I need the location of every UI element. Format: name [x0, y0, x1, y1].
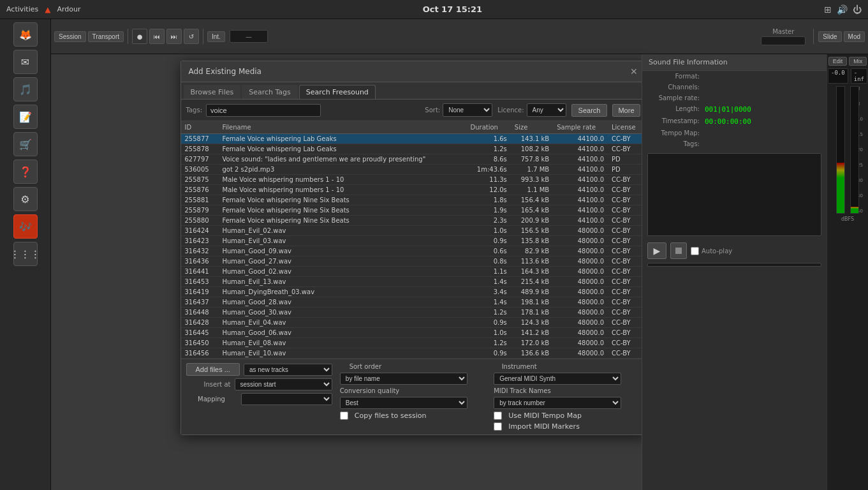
sidebar-icon-settings[interactable]: ⚙: [13, 187, 38, 211]
midi-track-names-label: MIDI Track Names: [494, 387, 550, 394]
table-row[interactable]: 316437 Human_Good_28.wav 1.4s 198.1 kB 4…: [181, 297, 645, 308]
vu-right-val: -inf: [851, 68, 867, 84]
table-row[interactable]: 316445 Human_Good_06.wav 1.0s 141.2 kB 4…: [181, 328, 645, 338]
dialog-bottom: Add files ... as new tracks to source li…: [181, 359, 645, 434]
copy-files-checkbox[interactable]: [340, 412, 348, 420]
playback-progress[interactable]: [647, 263, 821, 267]
file-table-wrapper[interactable]: ID Filename Duration Size Sample rate Li…: [181, 121, 645, 359]
cell-filename: Voice sound: "ladies and gentlemen we ar…: [219, 154, 467, 165]
cell-filename: Female Voice whispering Lab Geaks: [219, 144, 467, 154]
tab-search-tags[interactable]: Search Tags: [242, 85, 298, 99]
add-files-btn[interactable]: Add files ...: [186, 363, 240, 376]
dialog-close-btn[interactable]: ✕: [630, 66, 638, 77]
table-row[interactable]: 255875 Male Voice whispering numbers 1 -…: [181, 175, 645, 185]
import-midi-markers-checkbox[interactable]: [494, 422, 502, 431]
cell-license: CC-BY: [608, 318, 645, 328]
master-label: Master: [772, 28, 794, 35]
table-row[interactable]: 316424 Human_Evil_02.wav 1.0s 156.5 kB 4…: [181, 226, 645, 236]
col-header-duration[interactable]: Duration: [466, 121, 510, 134]
session-menu-btn[interactable]: Session: [54, 31, 86, 42]
use-midi-tempo-label: Use MIDI Tempo Map: [508, 412, 582, 420]
use-midi-tempo-checkbox[interactable]: [494, 412, 502, 420]
ffwd-btn[interactable]: ⏭: [166, 29, 182, 44]
sidebar-icon-firefox[interactable]: 🦊: [13, 22, 38, 47]
table-row[interactable]: 255877 Female Voice whispering Lab Geaks…: [181, 134, 645, 144]
cell-size: 757.8 kB: [511, 154, 553, 165]
table-row[interactable]: 316432 Human_Good_09.wav 0.6s 82.9 kB 48…: [181, 246, 645, 256]
col-header-samplerate[interactable]: Sample rate: [553, 121, 608, 134]
sidebar-icon-ardour[interactable]: 🎶: [13, 214, 38, 239]
cell-samplerate: 44100.0: [553, 134, 608, 144]
cell-license: CC-BY: [608, 175, 645, 185]
table-row[interactable]: 316453 Human_Evil_13.wav 1.4s 215.4 kB 4…: [181, 277, 645, 287]
tab-browse-files[interactable]: Browse Files: [184, 85, 241, 99]
table-row[interactable]: 627797 Voice sound: "ladies and gentleme…: [181, 154, 645, 165]
insert-at-select[interactable]: session start playhead: [235, 378, 332, 390]
slide-btn[interactable]: Slide: [818, 31, 841, 42]
autoplay-label-text: Auto-play: [702, 248, 732, 255]
table-row[interactable]: 316448 Human_Good_30.wav 1.2s 178.1 kB 4…: [181, 308, 645, 318]
autoplay-checkbox[interactable]: [691, 247, 699, 255]
col-header-filename[interactable]: Filename: [219, 121, 467, 134]
cell-license: CC-BY: [608, 185, 645, 195]
table-row[interactable]: 536005 got 2 s2pid.mp3 1m:43.6s 1.7 MB 4…: [181, 165, 645, 175]
cell-filename: Human_Good_06.wav: [219, 328, 467, 338]
cell-filename: Human_Good_27.wav: [219, 256, 467, 267]
sidebar-icon-apps[interactable]: ⋮⋮⋮: [13, 242, 38, 266]
cell-duration: 1.8s: [466, 195, 510, 205]
table-row[interactable]: 316428 Human_Evil_04.wav 0.9s 124.3 kB 4…: [181, 318, 645, 328]
rewind-btn[interactable]: ⏮: [149, 29, 165, 44]
more-btn[interactable]: More: [612, 104, 640, 117]
col-header-id[interactable]: ID: [181, 121, 219, 134]
table-row[interactable]: 255876 Male Voice whispering numbers 1 -…: [181, 185, 645, 195]
table-row[interactable]: 316450 Human_Evil_08.wav 1.2s 172.0 kB 4…: [181, 338, 645, 348]
midi-track-names-select[interactable]: by track number: [494, 397, 621, 409]
import-midi-markers-label: Import MIDI Markers: [508, 422, 580, 431]
table-row[interactable]: 255881 Female Voice whispering Nine Six …: [181, 195, 645, 205]
loop-btn[interactable]: ↺: [184, 29, 199, 44]
table-row[interactable]: 316423 Human_Evil_03.wav 0.9s 135.8 kB 4…: [181, 236, 645, 246]
sort-select[interactable]: None Name Duration Relevance: [443, 103, 492, 117]
edit-btn[interactable]: Edit: [828, 57, 848, 66]
vu-bar-right: [851, 207, 858, 213]
tab-search-freesound[interactable]: Search Freesound: [299, 85, 376, 99]
mode-btn[interactable]: Mod: [844, 31, 865, 42]
instrument-select[interactable]: General MIDI Synth: [494, 373, 621, 385]
table-row[interactable]: 255879 Female Voice whispering Nine Six …: [181, 205, 645, 216]
sidebar-icon-music[interactable]: 🎵: [13, 77, 38, 101]
search-btn[interactable]: Search: [571, 104, 608, 117]
record-btn[interactable]: ●: [132, 29, 147, 44]
tags-input[interactable]: [206, 104, 321, 117]
table-row[interactable]: 316419 Human_DyingBreath_03.wav 3.4s 489…: [181, 287, 645, 297]
sidebar-icon-email[interactable]: ✉: [13, 50, 38, 74]
add-as-select[interactable]: as new tracks to source list only: [244, 364, 332, 376]
int-btn[interactable]: Int.: [207, 31, 225, 42]
master-fader[interactable]: [761, 36, 805, 45]
sort-order-select[interactable]: by file name by track number: [340, 373, 467, 385]
play-btn[interactable]: ▶: [647, 242, 666, 259]
transport-menu-btn[interactable]: Transport: [88, 31, 124, 42]
cell-duration: 0.9s: [466, 318, 510, 328]
mix-btn[interactable]: Mix: [849, 57, 867, 66]
cell-duration: 0.6s: [466, 246, 510, 256]
ardour-label[interactable]: Ardour: [57, 5, 80, 13]
activities-label[interactable]: Activities: [6, 5, 38, 13]
sidebar-icon-store[interactable]: 🛒: [13, 132, 38, 156]
col-header-size[interactable]: Size: [511, 121, 553, 134]
sidebar-icon-docs[interactable]: 📝: [13, 105, 38, 129]
table-row[interactable]: 316436 Human_Good_27.wav 0.8s 113.6 kB 4…: [181, 256, 645, 267]
licence-select[interactable]: Any CC-BY PD: [527, 103, 566, 117]
network-icon: ⊞: [824, 4, 832, 15]
cell-duration: 1.2s: [466, 338, 510, 348]
table-row[interactable]: 255880 Female Voice whispering Nine Six …: [181, 216, 645, 226]
col-header-license[interactable]: License: [608, 121, 645, 134]
sidebar-icon-help[interactable]: ❓: [13, 160, 38, 184]
conversion-quality-select[interactable]: Best Good: [340, 397, 467, 409]
cell-license: PD: [608, 154, 645, 165]
stop-btn[interactable]: [670, 242, 687, 259]
table-row[interactable]: 316456 Human_Evil_10.wav 0.9s 136.6 kB 4…: [181, 348, 645, 359]
cell-size: 198.1 kB: [511, 297, 553, 308]
table-row[interactable]: 316441 Human_Good_02.wav 1.1s 164.3 kB 4…: [181, 267, 645, 277]
table-row[interactable]: 255878 Female Voice whispering Lab Geaks…: [181, 144, 645, 154]
mapping-select[interactable]: [241, 393, 332, 405]
